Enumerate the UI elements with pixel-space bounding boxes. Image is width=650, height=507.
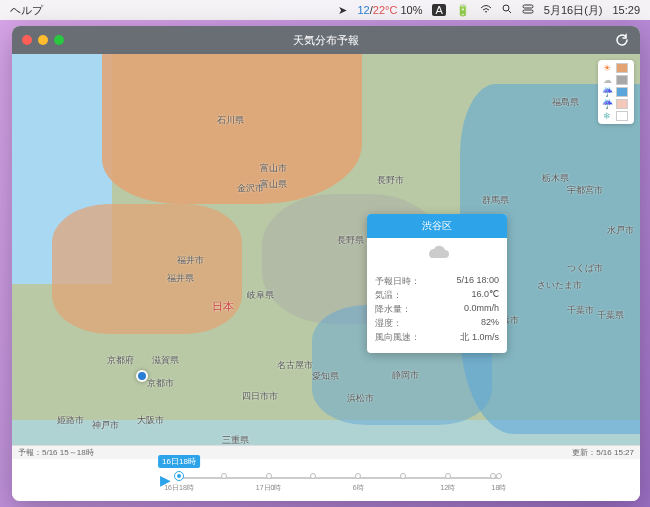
legend-row: ☁ (601, 75, 631, 85)
city-label: 四日市市 (242, 390, 278, 403)
popup-row: 風向風速：北 1.0m/s (375, 331, 499, 344)
city-label: 姫路市 (57, 414, 84, 427)
popup-location: 渋谷区 (367, 214, 507, 238)
legend-weather-icon: ☁ (601, 75, 613, 85)
status-bar: 予報：5/16 15～18時 更新：5/16 15:27 (12, 445, 640, 459)
city-label: 栃木県 (542, 172, 569, 185)
app-window: 天気分布予報 日本 石川県富山市富山県金沢市長野市福島県栃木県宇都宮市群馬県前橋… (12, 26, 640, 501)
city-label: 金沢市 (237, 182, 264, 195)
legend-swatch (616, 63, 628, 73)
city-label: 京都府 (107, 354, 134, 367)
city-label: 福井市 (177, 254, 204, 267)
timeline-label: 16日18時 (164, 483, 194, 493)
city-label: 群馬県 (482, 194, 509, 207)
city-label: 長野県 (337, 234, 364, 247)
timeline-tick[interactable] (490, 473, 496, 479)
city-label: さいたま市 (537, 279, 582, 292)
svg-rect-3 (523, 10, 533, 13)
city-label: 愛知県 (312, 370, 339, 383)
city-label: 大阪市 (137, 414, 164, 427)
timeline-tick[interactable] (174, 471, 184, 481)
popup-row: 予報日時：5/16 18:00 (375, 275, 499, 288)
timeline-bubble: 16日18時 (158, 455, 200, 468)
timeline-label: 6時 (353, 483, 364, 493)
search-icon[interactable] (502, 4, 512, 16)
wifi-icon (480, 4, 492, 16)
legend-row: ☔ (601, 99, 631, 109)
timeline-tick[interactable] (496, 473, 502, 479)
city-label: 福島県 (552, 96, 579, 109)
legend-weather-icon: ❄ (601, 111, 613, 121)
menubar-date[interactable]: 5月16日(月) (544, 3, 603, 18)
city-label: 滋賀県 (152, 354, 179, 367)
timeline-label: 12時 (440, 483, 455, 493)
battery-icon: 🔋 (456, 4, 470, 17)
legend-swatch (616, 75, 628, 85)
map-legend: ☀☁☔☔❄ (598, 60, 634, 124)
legend-row: ☀ (601, 63, 631, 73)
legend-swatch (616, 87, 628, 97)
popup-row: 降水量：0.0mm/h (375, 303, 499, 316)
city-label: 福井県 (167, 272, 194, 285)
svg-point-0 (503, 5, 509, 11)
city-label: 宇都宮市 (567, 184, 603, 197)
macos-menubar: ヘルプ ➤ 12/22°C 10% A 🔋 5月16日(月) 15:29 (0, 0, 650, 20)
city-label: 京都市 (147, 377, 174, 390)
timeline-label: 18時 (492, 483, 507, 493)
timeline-tick[interactable] (445, 473, 451, 479)
city-label: 三重県 (222, 434, 249, 445)
city-label: 名古屋市 (277, 359, 313, 372)
weather-widget[interactable]: 12/22°C 10% (357, 4, 422, 16)
popup-row: 気温：16.0℃ (375, 289, 499, 302)
legend-weather-icon: ☔ (601, 99, 613, 109)
svg-rect-2 (523, 5, 533, 8)
forecast-popup: 渋谷区 予報日時：5/16 18:00気温：16.0℃降水量：0.0mm/h湿度… (367, 214, 507, 353)
legend-weather-icon: ☔ (601, 87, 613, 97)
city-label: 浜松市 (347, 392, 374, 405)
city-label: 水戸市 (607, 224, 634, 237)
timeline-label: 17日0時 (256, 483, 282, 493)
titlebar[interactable]: 天気分布予報 (12, 26, 640, 54)
timeline: ▶ 16日18時16日18時17日0時6時12時18時 (12, 459, 640, 501)
legend-swatch (616, 111, 628, 121)
selected-location-dot[interactable] (136, 370, 148, 382)
popup-row: 湿度：82% (375, 317, 499, 330)
city-label: 千葉市 (567, 304, 594, 317)
city-label: 長野市 (377, 174, 404, 187)
city-label: 千葉県 (597, 309, 624, 322)
svg-line-1 (508, 11, 511, 14)
city-label: 富山県 (260, 178, 287, 191)
status-updated: 更新：5/16 15:27 (572, 447, 634, 458)
menu-help[interactable]: ヘルプ (10, 3, 43, 18)
city-label: 富山市 (260, 162, 287, 175)
legend-weather-icon: ☀ (601, 63, 613, 73)
legend-swatch (616, 99, 628, 109)
timeline-tick[interactable] (355, 473, 361, 479)
location-icon: ➤ (338, 4, 347, 17)
timeline-track[interactable]: 16日18時16日18時17日0時6時12時18時 (179, 465, 499, 495)
timeline-tick[interactable] (266, 473, 272, 479)
cloud-icon (367, 238, 507, 270)
city-label: つくば市 (567, 262, 603, 275)
status-forecast-range: 予報：5/16 15～18時 (18, 447, 94, 458)
city-label: 神戸市 (92, 419, 119, 432)
ime-indicator[interactable]: A (432, 4, 445, 16)
city-label: 静岡市 (392, 369, 419, 382)
city-label: 岐阜県 (247, 289, 274, 302)
control-center-icon[interactable] (522, 4, 534, 16)
forecast-map[interactable]: 日本 石川県富山市富山県金沢市長野市福島県栃木県宇都宮市群馬県前橋市水戸市長野県… (12, 54, 640, 445)
window-title: 天気分布予報 (12, 33, 640, 48)
timeline-tick[interactable] (400, 473, 406, 479)
legend-row: ❄ (601, 111, 631, 121)
country-label: 日本 (212, 299, 234, 314)
timeline-tick[interactable] (221, 473, 227, 479)
menubar-time[interactable]: 15:29 (612, 4, 640, 16)
city-label: 石川県 (217, 114, 244, 127)
timeline-tick[interactable] (310, 473, 316, 479)
legend-row: ☔ (601, 87, 631, 97)
reload-button[interactable] (614, 32, 630, 48)
